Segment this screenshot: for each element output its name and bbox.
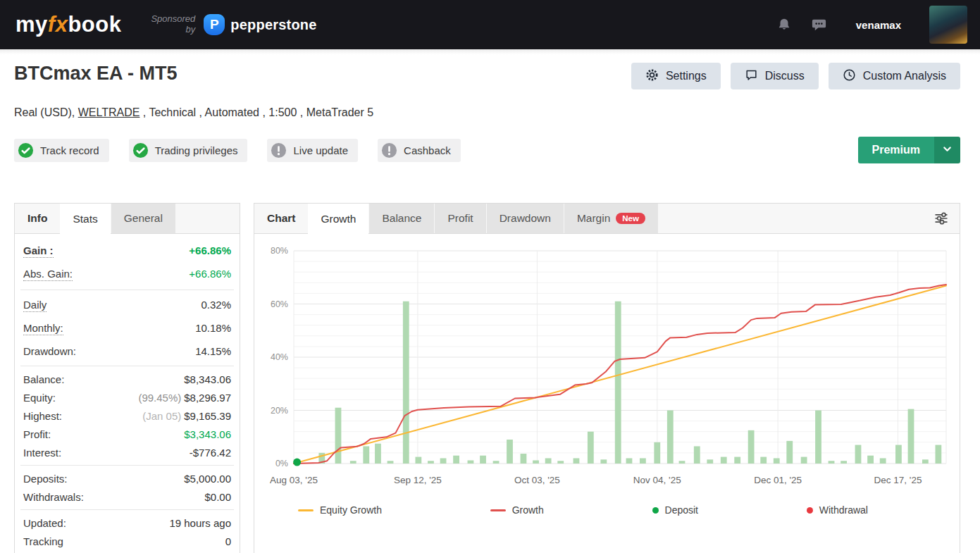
badge-label: Trading privileges [155,144,238,156]
stat-value: 14.15% [195,345,231,357]
stat-label: Profit: [23,428,51,440]
stats-divider [20,465,234,466]
svg-text:Dec 01, '25: Dec 01, '25 [754,475,802,485]
logo-text-book: book [68,12,121,37]
svg-text:20%: 20% [271,406,288,416]
stat-label[interactable]: Daily [23,299,46,312]
notifications-bell-icon[interactable] [776,16,793,33]
chart-settings-sliders-icon[interactable] [923,204,960,233]
stat-value: 0 [225,535,231,547]
tab-general[interactable]: General [111,204,175,233]
stat-value: $8,343.06 [184,373,231,385]
pepperstone-icon: P [204,14,225,35]
stat-row: Monthly:10.18% [23,317,231,340]
legend-line-swatch [490,509,506,511]
username[interactable]: venamax [856,19,901,31]
svg-text:0%: 0% [275,459,288,468]
badge-label: Live update [293,144,348,156]
messages-chat-icon[interactable] [811,16,828,33]
stats-divider [20,509,234,510]
stat-row: Equity:(99.45%)$8,296.97 [23,388,231,406]
pepperstone-name: pepperstone [230,17,316,33]
exclamation-circle-icon [271,142,287,159]
stat-value: +66.86% [189,268,231,280]
stat-row: Highest:(Jan 05)$9,165.39 [23,406,231,425]
legend-label: Growth [512,504,544,516]
stat-label: Balance: [23,373,64,385]
legend-item-withdrawal[interactable]: Withdrawal [807,504,868,516]
svg-text:60%: 60% [271,299,288,309]
header-shadow [0,49,980,54]
myfxbook-logo[interactable]: myfxbook [15,12,121,37]
stat-label[interactable]: Abs. Gain: [23,268,73,281]
tab-profit[interactable]: Profit [435,204,485,233]
svg-text:Sep 12, '25: Sep 12, '25 [394,475,442,485]
stat-label: Highest: [23,410,62,422]
tab-chart[interactable]: Chart [254,204,308,233]
status-badge-track-record[interactable]: Track record [14,139,109,162]
premium-button[interactable]: Premium [858,137,960,163]
svg-text:Aug 03, '25: Aug 03, '25 [270,475,318,485]
svg-text:80%: 80% [271,246,288,256]
stat-value: $3,343.06 [184,428,231,440]
stat-value: (99.45%)$8,296.97 [138,392,231,404]
stat-row: Abs. Gain:+66.86% [23,263,231,286]
legend-label: Equity Growth [320,504,382,516]
tab-balance[interactable]: Balance [369,204,434,233]
tab-info[interactable]: Info [15,204,60,233]
new-badge: New [616,213,645,224]
stat-label[interactable]: Gain : [23,244,54,258]
status-badge-cashback[interactable]: Cashback [378,139,461,162]
stat-label: Deposits: [23,473,68,485]
stat-row: Gain :+66.86% [23,240,231,263]
sponsored-by-label: Sponsored by [151,14,195,35]
legend-dot-swatch [807,507,813,514]
stat-label: Interest: [23,447,61,459]
tab-drawdown[interactable]: Drawdown [487,204,564,233]
tab-margin[interactable]: MarginNew [564,204,658,233]
chart-legend: Equity GrowthGrowthDepositWithdrawal [261,497,953,516]
stats-divider [20,366,234,366]
legend-item-equity-growth[interactable]: Equity Growth [298,504,382,516]
gear-icon [645,68,659,85]
stat-row: Tracking0 [23,532,231,550]
svg-text:40%: 40% [271,352,288,362]
stat-value: 0.32% [201,299,231,311]
settings-label: Settings [666,70,707,82]
badge-label: Track record [40,144,99,156]
legend-dot-swatch [652,507,659,514]
stat-row: Updated:19 hours ago [23,514,231,532]
discuss-button[interactable]: Discuss [731,63,819,89]
stat-label: Updated: [23,517,66,529]
legend-item-deposit[interactable]: Deposit [652,504,698,516]
stat-value: +66.86% [189,244,231,256]
stat-value: 10.18% [195,322,231,334]
status-badge-live-update[interactable]: Live update [267,139,358,162]
premium-label: Premium [858,137,934,163]
stat-row: Profit:$3,343.06 [23,425,231,443]
broker-link[interactable]: WELTRADE [78,106,140,118]
premium-dropdown-caret[interactable] [934,137,960,163]
stat-value-prefix: (Jan 05) [142,410,181,422]
tab-stats[interactable]: Stats [60,204,110,234]
growth-chart: 0%20%40%60%80%Aug 03, '25Sep 12, '25Oct … [254,234,960,516]
settings-button[interactable]: Settings [631,63,721,89]
pepperstone-sponsor-link[interactable]: P pepperstone [204,14,316,35]
stat-label[interactable]: Monthly: [23,322,63,335]
tab-growth[interactable]: Growth [308,204,368,234]
page-title: BTCmax EA - MT5 [14,63,178,85]
chevron-down-icon [942,144,953,157]
custom-analysis-button[interactable]: Custom Analysis [829,63,960,89]
discuss-label: Discuss [765,70,805,82]
clock-icon [843,68,856,85]
stat-row: Drawdown:14.15% [23,340,231,362]
speech-bubble-icon [745,68,758,85]
legend-item-growth[interactable]: Growth [490,504,544,516]
status-badge-trading-privileges[interactable]: Trading privileges [129,139,248,162]
stat-label: Withdrawals: [23,491,84,503]
stat-row: Withdrawals:$0.00 [23,487,231,506]
growth-chart-svg: 0%20%40%60%80%Aug 03, '25Sep 12, '25Oct … [261,244,950,492]
svg-text:Dec 17, '25: Dec 17, '25 [874,475,922,485]
legend-label: Withdrawal [819,504,868,516]
user-avatar[interactable] [929,6,967,44]
